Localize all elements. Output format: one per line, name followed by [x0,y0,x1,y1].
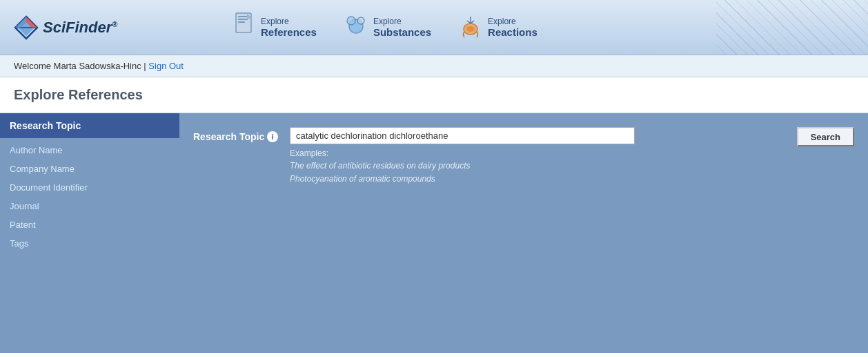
svg-point-15 [466,26,475,32]
sidebar-item-author-name[interactable]: Author Name [10,145,63,155]
user-name: Marta Sadowska-Hinc [54,61,141,71]
welcome-bar: Welcome Marta Sadowska-Hinc | Sign Out [0,55,868,77]
svg-rect-9 [238,21,245,23]
header: SciFinder® Explore References [0,0,868,55]
sidebar: Research Topic Author Name Company Name … [0,113,179,353]
substances-nav-text: Explore Substances [373,17,431,38]
references-nav-text: Explore References [261,17,317,38]
sidebar-header: Research Topic [0,113,179,138]
search-label-text: Research Topic [193,131,264,142]
welcome-text: Welcome [14,61,54,71]
info-icon[interactable]: i [267,131,278,142]
search-examples: Examples: The effect of antibiotic resid… [290,148,790,186]
logo-area: SciFinder® [14,15,152,40]
example-1: The effect of antibiotic residues on dai… [290,160,790,173]
sidebar-item-company-name[interactable]: Company Name [10,164,75,174]
list-item: Journal [0,197,179,215]
main-nav: Explore References Explore Substances [235,12,537,42]
list-item: Author Name [0,141,179,160]
content-area: Research Topic i Examples: The effect of… [179,113,868,353]
examples-label: Examples: [290,148,790,158]
nav-item-reactions[interactable]: Explore Reactions [459,14,537,41]
logo-text: SciFinder® [43,19,117,37]
sidebar-item-document-identifier[interactable]: Document Identifier [10,182,88,193]
search-input-area: Examples: The effect of antibiotic resid… [290,127,790,186]
reactions-nav-text: Explore Reactions [488,17,537,38]
sidebar-nav: Author Name Company Name Document Identi… [0,138,179,255]
logo-icon [14,15,39,40]
main-content: Research Topic Author Name Company Name … [0,113,868,353]
svg-point-13 [357,17,364,24]
substances-icon [344,14,368,41]
svg-rect-7 [238,16,248,17]
list-item: Document Identifier [0,178,179,197]
nav-item-substances[interactable]: Explore Substances [344,14,431,41]
sign-out-link[interactable]: Sign Out [148,61,184,71]
sidebar-item-tags[interactable]: Tags [10,238,28,249]
references-icon [235,12,255,42]
header-decoration [716,0,868,55]
search-button[interactable]: Search [797,127,854,146]
reactions-icon [459,14,482,41]
svg-rect-8 [238,19,248,20]
list-item: Company Name [0,160,179,178]
sidebar-item-patent[interactable]: Patent [10,220,36,230]
list-item: Tags [0,234,179,253]
sidebar-item-journal[interactable]: Journal [10,201,39,211]
search-label-area: Research Topic i [193,127,283,142]
page-title: Explore References [14,87,854,103]
svg-point-12 [347,17,355,25]
search-input[interactable] [290,127,635,144]
list-item: Patent [0,215,179,234]
search-row: Research Topic i Examples: The effect of… [193,127,854,186]
nav-item-references[interactable]: Explore References [235,12,317,42]
page-title-bar: Explore References [0,77,868,113]
example-2: Photocyanation of aromatic compounds [290,173,790,186]
